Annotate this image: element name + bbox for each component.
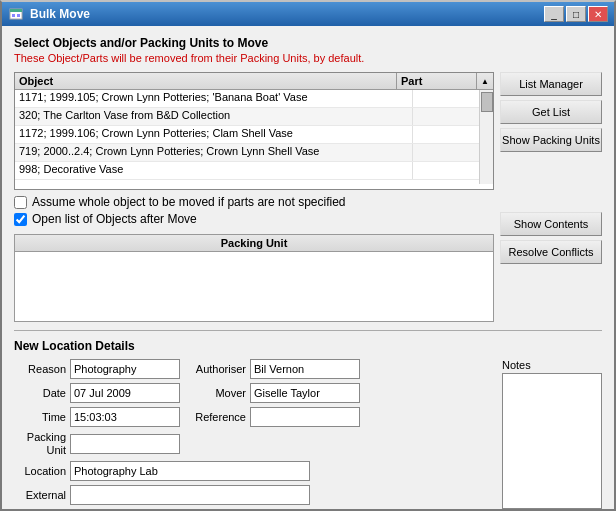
main-layout: Object Part ▲ 1171; 1999.105; Crown Lynn…: [14, 72, 602, 322]
warning-text: These Object/Parts will be removed from …: [14, 52, 602, 64]
resolve-conflicts-button[interactable]: Resolve Conflicts: [500, 240, 602, 264]
table-row[interactable]: 719; 2000..2.4; Crown Lynn Potteries; Cr…: [15, 144, 493, 162]
external-input[interactable]: [70, 485, 310, 505]
open-list-checkbox[interactable]: [14, 213, 27, 226]
date-label: Date: [14, 387, 66, 399]
svg-rect-1: [10, 9, 22, 12]
instructions-title: Select Objects and/or Packing Units to M…: [14, 36, 602, 50]
window-title: Bulk Move: [30, 7, 538, 21]
checkboxes-area: Assume whole object to be moved if parts…: [14, 195, 494, 226]
window-icon: [8, 6, 24, 22]
left-panel: Object Part ▲ 1171; 1999.105; Crown Lynn…: [14, 72, 494, 322]
show-contents-button[interactable]: Show Contents: [500, 212, 602, 236]
new-location-label: New Location Details: [14, 339, 602, 353]
form-left: Reason Authoriser Date Mover Time: [14, 359, 494, 509]
location-label: Location: [14, 465, 66, 477]
cell-object-1: 1171; 1999.105; Crown Lynn Potteries; 'B…: [15, 90, 413, 107]
table-row[interactable]: 320; The Carlton Vase from B&D Collectio…: [15, 108, 493, 126]
packing-unit-form-label: PackingUnit: [14, 431, 66, 457]
notes-textarea[interactable]: [502, 373, 602, 509]
date-input[interactable]: [70, 383, 180, 403]
objects-table: Object Part ▲ 1171; 1999.105; Crown Lynn…: [14, 72, 494, 190]
col-object-header: Object: [15, 73, 397, 89]
cell-object-4: 719; 2000..2.4; Crown Lynn Potteries; Cr…: [15, 144, 413, 161]
reference-input[interactable]: [250, 407, 360, 427]
col-part-header: Part: [397, 73, 477, 89]
assume-whole-row: Assume whole object to be moved if parts…: [14, 195, 494, 209]
table-scrollbar[interactable]: [479, 90, 493, 184]
packing-unit-section: Packing Unit: [14, 234, 494, 322]
close-window-button[interactable]: ✕: [588, 6, 608, 22]
table-body[interactable]: 1171; 1999.105; Crown Lynn Potteries; 'B…: [15, 90, 493, 184]
table-row[interactable]: 1172; 1999.106; Crown Lynn Potteries; Cl…: [15, 126, 493, 144]
maximize-button[interactable]: □: [566, 6, 586, 22]
packing-unit-body[interactable]: [14, 252, 494, 322]
authoriser-label: Authoriser: [184, 363, 246, 375]
minimize-button[interactable]: _: [544, 6, 564, 22]
mover-input[interactable]: [250, 383, 360, 403]
table-header: Object Part ▲: [15, 73, 493, 90]
open-list-row: Open list of Objects after Move: [14, 212, 494, 226]
section-divider: [14, 330, 602, 331]
reason-label: Reason: [14, 363, 66, 375]
list-manager-button[interactable]: List Manager: [500, 72, 602, 96]
bulk-move-window: Bulk Move _ □ ✕ Select Objects and/or Pa…: [0, 0, 616, 511]
notes-section: Notes: [502, 359, 602, 509]
packing-unit-header: Packing Unit: [14, 234, 494, 252]
assume-whole-checkbox[interactable]: [14, 196, 27, 209]
scrollbar-thumb[interactable]: [481, 92, 493, 112]
notes-label: Notes: [502, 359, 602, 371]
title-bar: Bulk Move _ □ ✕: [2, 2, 614, 26]
assume-whole-label: Assume whole object to be moved if parts…: [32, 195, 346, 209]
svg-rect-2: [12, 14, 15, 17]
packing-unit-form-input[interactable]: [70, 434, 180, 454]
table-row[interactable]: 998; Decorative Vase: [15, 162, 493, 180]
window-controls: _ □ ✕: [544, 6, 608, 22]
cell-object-3: 1172; 1999.106; Crown Lynn Potteries; Cl…: [15, 126, 413, 143]
window-content: Select Objects and/or Packing Units to M…: [2, 26, 614, 511]
reason-input[interactable]: [70, 359, 180, 379]
get-list-button[interactable]: Get List: [500, 100, 602, 124]
cell-object-2: 320; The Carlton Vase from B&D Collectio…: [15, 108, 413, 125]
sort-indicator: ▲: [477, 73, 493, 89]
reference-label: Reference: [184, 411, 246, 423]
time-label: Time: [14, 411, 66, 423]
mover-label: Mover: [184, 387, 246, 399]
location-input[interactable]: [70, 461, 310, 481]
show-packing-units-button[interactable]: Show Packing Units: [500, 128, 602, 152]
time-input[interactable]: [70, 407, 180, 427]
cell-object-5: 998; Decorative Vase: [15, 162, 413, 179]
open-list-label: Open list of Objects after Move: [32, 212, 197, 226]
new-location-section: New Location Details Reason Authoriser D…: [14, 339, 602, 509]
table-row[interactable]: 1171; 1999.105; Crown Lynn Potteries; 'B…: [15, 90, 493, 108]
authoriser-input[interactable]: [250, 359, 360, 379]
external-label: External: [14, 489, 66, 501]
svg-rect-3: [17, 14, 20, 17]
right-panel: List Manager Get List Show Packing Units…: [500, 72, 602, 322]
